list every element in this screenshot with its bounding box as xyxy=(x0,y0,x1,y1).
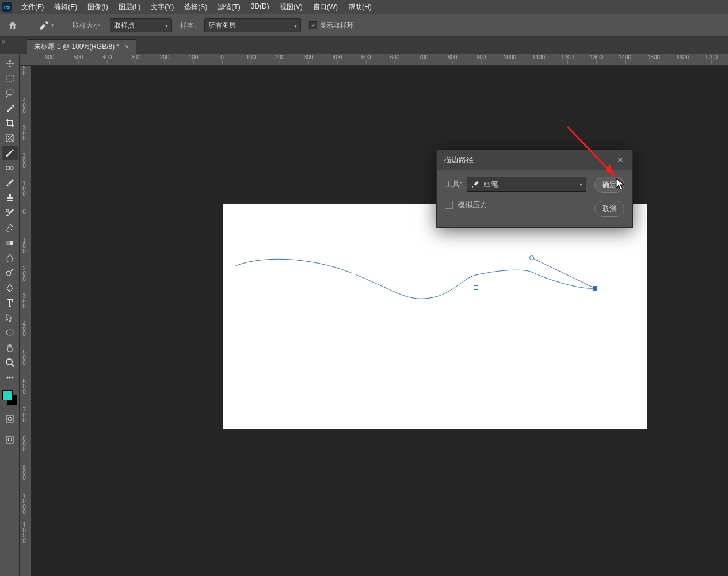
sample-size-select[interactable]: 取样点 ▾ xyxy=(110,18,172,32)
ruler-tick: 5 0 xyxy=(21,66,29,76)
document-tab[interactable]: 未标题-1 @ 100%(RGB/8) * × xyxy=(27,39,136,54)
path-shape xyxy=(223,204,647,429)
screen-mode-icon[interactable] xyxy=(2,433,18,447)
shape-tool[interactable] xyxy=(2,326,18,340)
svg-point-7 xyxy=(6,330,13,335)
svg-point-6 xyxy=(6,271,11,276)
canvas[interactable] xyxy=(223,204,647,429)
menu-item[interactable]: 窗口(W) xyxy=(308,2,343,12)
gradient-tool[interactable] xyxy=(2,236,18,250)
marquee-tool[interactable] xyxy=(2,71,18,85)
ruler-tick: 100 xyxy=(189,54,199,60)
document-tabs: 未标题-1 @ 100%(RGB/8) * × xyxy=(0,37,728,54)
eyedropper-tool[interactable] xyxy=(2,146,18,160)
horizontal-ruler[interactable]: 6005004003002001000100200300400500600700… xyxy=(20,54,728,66)
chevron-down-icon: ▾ xyxy=(580,181,582,188)
tool-palette xyxy=(0,54,20,576)
ruler-tick: 300 xyxy=(131,54,141,60)
foreground-swatch[interactable] xyxy=(2,390,13,400)
svg-rect-12 xyxy=(6,415,13,422)
canvas-area[interactable] xyxy=(31,66,728,576)
ruler-tick: 200 xyxy=(275,54,285,60)
path-anchor[interactable] xyxy=(474,285,478,290)
show-ring-checkbox[interactable]: ✓ 显示取样环 xyxy=(309,21,354,30)
sample-select[interactable]: 所有图层 ▾ xyxy=(204,18,301,32)
ruler-tick: 3 0 0 xyxy=(21,293,29,309)
menu-item[interactable]: 图像(I) xyxy=(82,2,113,12)
crop-tool[interactable] xyxy=(2,116,18,130)
menu-item[interactable]: 编辑(E) xyxy=(49,2,82,12)
brush-tool[interactable] xyxy=(2,176,18,190)
quick-mask-icon[interactable] xyxy=(2,412,18,426)
menu-item[interactable]: 滤镜(T) xyxy=(212,2,245,12)
blur-tool[interactable] xyxy=(2,251,18,265)
panel-collapse-icon[interactable]: » xyxy=(0,37,7,45)
vertical-ruler[interactable]: 5 04 0 03 0 02 0 01 0 001 0 02 0 03 0 04… xyxy=(20,66,31,576)
path-anchor-selected[interactable] xyxy=(593,286,597,291)
close-icon[interactable]: × xyxy=(125,43,129,51)
path-direction-handle[interactable] xyxy=(529,255,534,260)
stamp-tool[interactable] xyxy=(2,191,18,205)
ruler-tick: 4 0 0 xyxy=(21,98,29,113)
tool-combobox[interactable]: 画笔 ▾ xyxy=(467,177,586,192)
move-tool[interactable] xyxy=(2,56,18,70)
ok-label: 确定 xyxy=(602,180,617,190)
ruler-tick: 1500 xyxy=(647,54,660,60)
lasso-tool[interactable] xyxy=(2,86,18,100)
simulate-pressure-checkbox[interactable]: 模拟压力 xyxy=(445,200,586,210)
hand-tool[interactable] xyxy=(2,341,18,354)
pen-tool[interactable] xyxy=(2,281,18,295)
ruler-tick: 1700 xyxy=(705,54,718,60)
sample-size-label: 取样大小: xyxy=(73,21,102,30)
frame-tool[interactable] xyxy=(2,131,18,145)
ruler-tick: 4 0 0 xyxy=(21,321,29,337)
menu-item[interactable]: 3D(D) xyxy=(246,2,275,12)
ruler-tick: 1100 xyxy=(532,54,545,60)
sample-value: 所有图层 xyxy=(208,21,236,30)
menu-item[interactable]: 文字(Y) xyxy=(146,2,179,12)
wand-tool[interactable] xyxy=(2,101,18,115)
ruler-tick: 3 0 0 xyxy=(21,125,29,141)
svg-point-9 xyxy=(6,377,8,379)
path-anchor[interactable] xyxy=(231,265,235,269)
ruler-tick: 9 0 0 xyxy=(21,465,29,480)
svg-point-11 xyxy=(11,377,13,379)
menu-item[interactable]: 文件(F) xyxy=(16,2,49,12)
tab-title: 未标题-1 @ 100%(RGB/8) * xyxy=(34,42,119,52)
ruler-tick: 500 xyxy=(74,54,83,60)
path-select-tool[interactable] xyxy=(2,311,18,325)
ruler-tick: 300 xyxy=(304,54,314,60)
zoom-tool[interactable] xyxy=(2,356,18,369)
history-brush-tool[interactable] xyxy=(2,206,18,220)
cancel-label: 取消 xyxy=(602,204,617,214)
menu-item[interactable]: 视图(V) xyxy=(275,2,308,12)
healing-tool[interactable] xyxy=(2,161,18,175)
type-tool[interactable] xyxy=(2,296,18,310)
close-icon[interactable]: ✕ xyxy=(615,155,626,165)
path-anchor[interactable] xyxy=(352,272,356,276)
more-tool[interactable] xyxy=(2,371,18,384)
menu-item[interactable]: 图层(L) xyxy=(113,2,146,12)
dialog-titlebar[interactable]: 描边路径 ✕ xyxy=(437,150,632,170)
ruler-tick: 100 xyxy=(246,54,256,60)
ok-button[interactable]: 确定 xyxy=(594,177,624,193)
ruler-tick: 0 xyxy=(21,209,29,215)
menu-item[interactable]: 选择(S) xyxy=(179,2,212,12)
ruler-tick: 2 0 0 xyxy=(21,266,29,281)
ruler-tick: 7 0 0 xyxy=(21,407,29,423)
color-swatches[interactable] xyxy=(2,390,17,405)
cancel-button[interactable]: 取消 xyxy=(594,201,624,217)
tool-preset-icon[interactable]: ▾ xyxy=(36,18,56,33)
ruler-tick: 1600 xyxy=(676,54,689,60)
home-icon[interactable] xyxy=(6,18,20,32)
svg-rect-5 xyxy=(6,241,10,245)
eraser-tool[interactable] xyxy=(2,221,18,235)
dialog-title: 描边路径 xyxy=(444,155,474,165)
ruler-tick: 1400 xyxy=(619,54,631,60)
ruler-tick: 900 xyxy=(477,54,486,60)
ruler-tick: 200 xyxy=(160,54,170,60)
menu-item[interactable]: 帮助(H) xyxy=(343,2,377,12)
dodge-tool[interactable] xyxy=(2,266,18,280)
ruler-tick: 1 0 0 xyxy=(21,181,29,196)
chevron-down-icon: ▾ xyxy=(165,22,168,29)
